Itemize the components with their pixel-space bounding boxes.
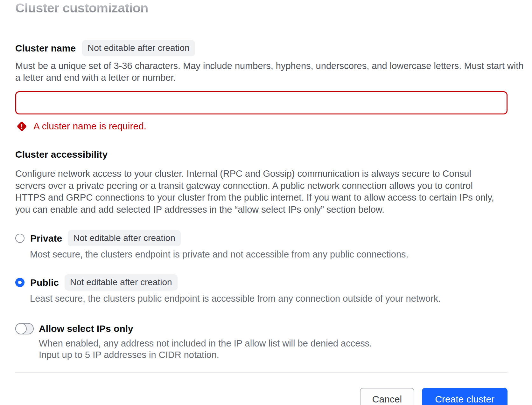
allow-select-ips-toggle[interactable]	[15, 323, 34, 334]
cluster-accessibility-description: Configure network access to your cluster…	[15, 168, 508, 216]
cluster-name-help-line: a letter and end with a letter or number…	[15, 72, 508, 84]
radio-button-public[interactable]	[15, 278, 24, 287]
cluster-name-help-line: Must be a unique set of 3-36 characters.…	[15, 60, 508, 72]
alert-diamond-icon: !	[15, 120, 28, 133]
allow-select-ips-description-line: When enabled, any address not included i…	[39, 338, 508, 349]
cluster-name-error-row: ! A cluster name is required.	[15, 120, 508, 133]
cluster-customization-form: Cluster customization Cluster name Not e…	[0, 0, 532, 405]
allow-select-ips-description-line: Input up to 5 IP addresses in CIDR notat…	[39, 349, 508, 360]
radio-button-private[interactable]	[15, 234, 24, 243]
public-badge: Not editable after creation	[65, 274, 178, 291]
cluster-accessibility-heading: Cluster accessibility	[15, 149, 508, 160]
toggle-knob-icon	[15, 323, 27, 334]
private-badge: Not editable after creation	[68, 230, 181, 246]
cluster-name-help-text: Must be a unique set of 3-36 characters.…	[15, 60, 508, 84]
radio-label-public: Public	[30, 277, 59, 288]
cluster-name-label-row: Cluster name Not editable after creation	[15, 40, 508, 56]
cluster-name-label: Cluster name	[15, 43, 76, 54]
accessibility-description-line: HTTPS and GRPC connections to your clust…	[15, 192, 508, 204]
cluster-name-error-message: A cluster name is required.	[33, 121, 146, 132]
allow-select-ips-row: Allow select IPs only	[15, 323, 508, 334]
footer-divider	[15, 372, 508, 373]
page-title: Cluster customization	[15, 1, 148, 16]
allow-select-ips-label: Allow select IPs only	[39, 323, 133, 334]
accessibility-description-line: Configure network access to your cluster…	[15, 168, 508, 180]
cluster-name-input[interactable]	[15, 91, 508, 114]
radio-option-private[interactable]: Private Not editable after creation	[15, 230, 508, 246]
cancel-button[interactable]: Cancel	[360, 388, 414, 405]
public-description: Least secure, the clusters public endpoi…	[30, 293, 508, 304]
private-description: Most secure, the clusters endpoint is pr…	[30, 249, 508, 260]
accessibility-description-line: you can enable and add selected IP addre…	[15, 204, 508, 216]
create-cluster-button[interactable]: Create cluster	[422, 388, 508, 405]
radio-label-private: Private	[30, 233, 62, 244]
cluster-name-badge: Not editable after creation	[82, 40, 195, 56]
accessibility-description-line: servers over a private peering or a tran…	[15, 180, 508, 192]
allow-select-ips-description: When enabled, any address not included i…	[39, 338, 508, 360]
radio-option-public[interactable]: Public Not editable after creation	[15, 274, 508, 291]
footer-actions: Cancel Create cluster	[15, 388, 508, 405]
